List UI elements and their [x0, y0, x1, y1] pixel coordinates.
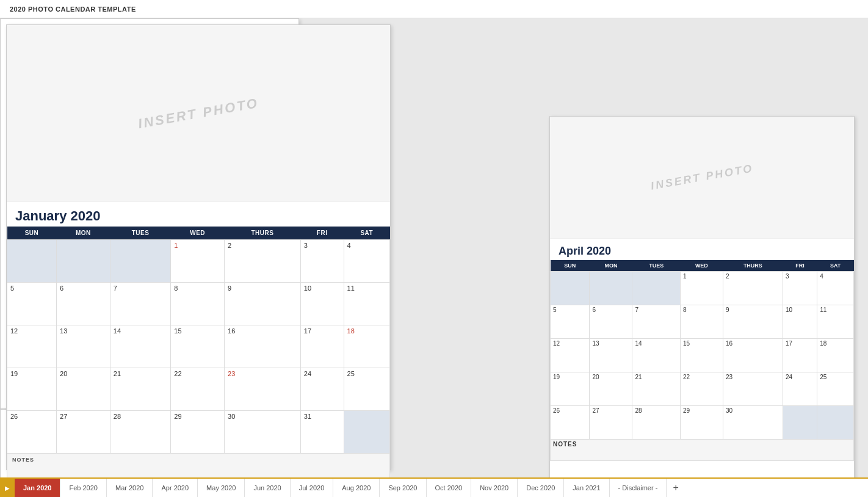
table-cell: 6 [57, 283, 110, 325]
table-cell: 9 [225, 283, 301, 325]
table-cell: 25 [817, 372, 854, 406]
jan-header-mon: MON [57, 227, 110, 240]
table-cell: 11 [344, 283, 389, 325]
apr-header-sat: SAT [817, 260, 854, 272]
table-cell: 13 [57, 325, 110, 368]
apr-header-sun: SUN [551, 260, 590, 272]
table-cell: 13 [590, 339, 632, 372]
tab-jan-2020[interactable]: Jan 2020 [15, 479, 60, 497]
tab-disclaimer[interactable]: - Disclaimer - [610, 479, 667, 497]
tab-jul-2020[interactable]: Jul 2020 [291, 479, 334, 497]
table-cell: 8 [680, 305, 723, 339]
table-row: 1 2 3 4 [551, 272, 854, 305]
table-cell: 18 [344, 325, 389, 368]
apr-calendar-table: SUN MON TUES WED THURS FRI SAT 1 2 3 [550, 260, 854, 461]
title-text: 2020 PHOTO CALENDAR TEMPLATE [10, 5, 136, 13]
table-cell: 30 [723, 406, 783, 440]
jan-header-thu: THURS [225, 227, 301, 240]
table-cell [817, 406, 854, 440]
table-cell: 24 [300, 368, 344, 411]
table-row: 1 2 3 4 [7, 240, 390, 283]
table-cell: 10 [783, 305, 817, 339]
table-cell: 15 [171, 325, 225, 368]
apr-header-thu: THURS [723, 260, 783, 272]
apr-notes-row: NOTES [551, 440, 854, 461]
table-cell: 5 [551, 305, 590, 339]
apr-header-mon: MON [590, 260, 632, 272]
table-cell: 8 [171, 283, 225, 325]
table-cell: 21 [110, 368, 170, 411]
table-cell: 18 [817, 339, 854, 372]
tab-add-button[interactable]: + [667, 479, 684, 497]
tab-aug-2020[interactable]: Aug 2020 [333, 479, 380, 497]
table-cell: 6 [590, 305, 632, 339]
jan-header-sun: SUN [7, 227, 57, 240]
tab-sep-2020[interactable]: Sep 2020 [380, 479, 426, 497]
table-cell: 11 [817, 305, 854, 339]
table-cell: 3 [783, 272, 817, 305]
table-cell: 2 [723, 272, 783, 305]
table-cell: 5 [7, 283, 57, 325]
tab-may-2020[interactable]: May 2020 [198, 479, 245, 497]
table-cell: 26 [551, 406, 590, 440]
january-calendar: INSERT PHOTO January 2020 SUN MON TUES W… [6, 24, 391, 470]
table-cell: 23 [225, 368, 301, 411]
apr-header-wed: WED [680, 260, 723, 272]
jan-header-fri: FRI [300, 227, 344, 240]
table-cell: 12 [7, 325, 57, 368]
tab-feb-2020[interactable]: Feb 2020 [60, 479, 106, 497]
apr-month-title: April 2020 [550, 239, 854, 260]
apr-header-fri: FRI [783, 260, 817, 272]
table-cell [110, 240, 170, 283]
jan-calendar-table: SUN MON TUES WED THURS FRI SAT 1 2 3 [7, 227, 390, 477]
apr-header-tue: TUES [632, 260, 680, 272]
table-cell: 31 [300, 411, 344, 454]
tab-apr-2020[interactable]: Apr 2020 [153, 479, 198, 497]
table-row: 19 20 21 22 23 24 25 [7, 368, 390, 411]
tab-prev-button[interactable]: ▶ [0, 479, 15, 497]
table-cell: 10 [300, 283, 344, 325]
table-cell [783, 406, 817, 440]
tab-bar: ▶ Jan 2020 Feb 2020 Mar 2020 Apr 2020 Ma… [0, 477, 868, 497]
tab-jan-2021[interactable]: Jan 2021 [564, 479, 609, 497]
april-calendar: INSERT PHOTO April 2020 SUN MON TUES WED… [549, 116, 855, 477]
table-cell: 7 [110, 283, 170, 325]
table-cell: 3 [300, 240, 344, 283]
table-cell: 9 [723, 305, 783, 339]
table-cell: 17 [783, 339, 817, 372]
tab-mar-2020[interactable]: Mar 2020 [107, 479, 153, 497]
table-cell: 16 [723, 339, 783, 372]
table-cell: 20 [590, 372, 632, 406]
apr-notes-cell: NOTES [551, 440, 854, 461]
tab-oct-2020[interactable]: Oct 2020 [427, 479, 472, 497]
table-cell: 19 [551, 372, 590, 406]
jan-insert-photo-text: INSERT PHOTO [137, 95, 260, 131]
table-cell [590, 272, 632, 305]
jan-month-title: January 2020 [7, 202, 390, 227]
jan-header-tue: TUES [110, 227, 170, 240]
table-cell [7, 240, 57, 283]
table-cell: 25 [344, 368, 389, 411]
table-cell: 1 [680, 272, 723, 305]
table-cell: 1 [171, 240, 225, 283]
table-cell: 14 [110, 325, 170, 368]
table-row: 26 27 28 29 30 31 [7, 411, 390, 454]
jan-notes-row: NOTES [7, 454, 390, 478]
table-cell [551, 272, 590, 305]
main-area: INSERT PHOTO January 2020 SUN MON TUES W… [0, 18, 868, 477]
table-cell: 27 [590, 406, 632, 440]
table-cell: 23 [723, 372, 783, 406]
table-cell: 29 [680, 406, 723, 440]
tab-jun-2020[interactable]: Jun 2020 [245, 479, 290, 497]
jan-header-sat: SAT [344, 227, 389, 240]
apr-insert-photo-text: INSERT PHOTO [649, 162, 754, 192]
tab-dec-2020[interactable]: Dec 2020 [518, 479, 564, 497]
tab-nov-2020[interactable]: Nov 2020 [471, 479, 518, 497]
table-cell: 4 [817, 272, 854, 305]
table-row: 12 13 14 15 16 17 18 [551, 339, 854, 372]
table-cell: 4 [344, 240, 389, 283]
table-cell [632, 272, 680, 305]
table-cell: 15 [680, 339, 723, 372]
table-cell: 20 [57, 368, 110, 411]
table-cell: 28 [632, 406, 680, 440]
